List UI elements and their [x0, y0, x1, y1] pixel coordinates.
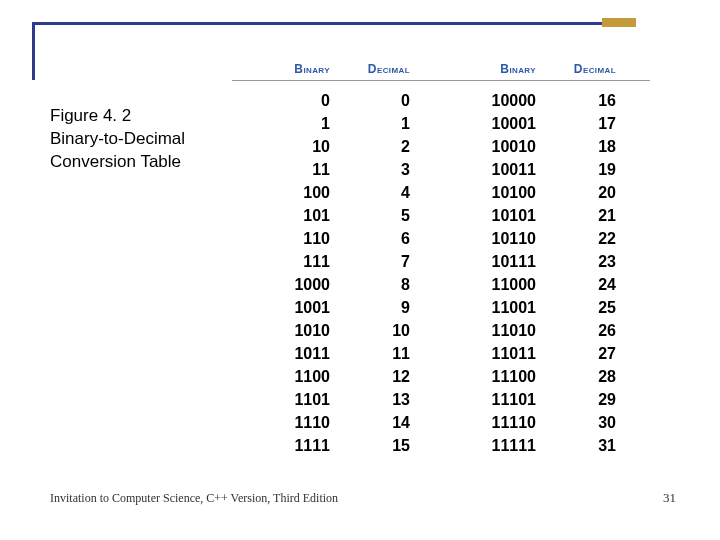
cell-decimal: 11 — [344, 342, 440, 365]
cell-decimal: 16 — [550, 89, 646, 112]
cell-decimal: 9 — [344, 296, 440, 319]
cell-decimal: 8 — [344, 273, 440, 296]
cell-binary: 0 — [232, 89, 344, 112]
cell-decimal: 7 — [344, 250, 440, 273]
table-row: 1110141111030 — [232, 411, 650, 434]
cell-decimal: 4 — [344, 181, 440, 204]
page-number: 31 — [663, 490, 676, 506]
cell-decimal: 23 — [550, 250, 646, 273]
cell-decimal: 31 — [550, 434, 646, 457]
cell-binary: 11010 — [440, 319, 550, 342]
table-row: 1021001018 — [232, 135, 650, 158]
frame-left-rule — [32, 22, 35, 80]
table-row: 100081100024 — [232, 273, 650, 296]
cell-decimal: 2 — [344, 135, 440, 158]
cell-binary: 1010 — [232, 319, 344, 342]
table-body: 0010000161110001171021001018113100111910… — [232, 89, 650, 457]
cell-decimal: 10 — [344, 319, 440, 342]
table-row: 111000117 — [232, 112, 650, 135]
cell-binary: 1000 — [232, 273, 344, 296]
cell-decimal: 30 — [550, 411, 646, 434]
cell-decimal: 3 — [344, 158, 440, 181]
cell-binary: 10101 — [440, 204, 550, 227]
cell-decimal: 12 — [344, 365, 440, 388]
cell-binary: 1011 — [232, 342, 344, 365]
cell-binary: 110 — [232, 227, 344, 250]
cell-binary: 10000 — [440, 89, 550, 112]
cell-decimal: 24 — [550, 273, 646, 296]
cell-binary: 10001 — [440, 112, 550, 135]
table-row: 1111151111131 — [232, 434, 650, 457]
cell-binary: 11001 — [440, 296, 550, 319]
conversion-table: Binary Decimal Binary Decimal 0010000161… — [232, 62, 650, 457]
cell-binary: 1001 — [232, 296, 344, 319]
cell-binary: 10111 — [440, 250, 550, 273]
table-row: 1101131110129 — [232, 388, 650, 411]
cell-binary: 11 — [232, 158, 344, 181]
figure-caption-line1: Figure 4. 2 — [50, 105, 210, 128]
cell-decimal: 15 — [344, 434, 440, 457]
th-decimal-1: Decimal — [344, 62, 440, 76]
cell-decimal: 5 — [344, 204, 440, 227]
table-row: 1011111101127 — [232, 342, 650, 365]
cell-binary: 1101 — [232, 388, 344, 411]
cell-binary: 10011 — [440, 158, 550, 181]
cell-binary: 111 — [232, 250, 344, 273]
th-binary-2: Binary — [440, 62, 550, 76]
footer-text: Invitation to Computer Science, C++ Vers… — [50, 491, 338, 506]
th-binary-1: Binary — [232, 62, 344, 76]
table-row: 11171011123 — [232, 250, 650, 273]
cell-binary: 1110 — [232, 411, 344, 434]
cell-decimal: 25 — [550, 296, 646, 319]
cell-binary: 1111 — [232, 434, 344, 457]
table-row: 10151010121 — [232, 204, 650, 227]
table-header-row: Binary Decimal Binary Decimal — [232, 62, 650, 81]
table-row: 1010101101026 — [232, 319, 650, 342]
frame-accent-bar — [602, 18, 636, 27]
cell-binary: 11110 — [440, 411, 550, 434]
table-row: 100191100125 — [232, 296, 650, 319]
cell-binary: 10100 — [440, 181, 550, 204]
cell-binary: 1 — [232, 112, 344, 135]
figure-caption-line2: Binary-to-Decimal — [50, 128, 210, 151]
cell-binary: 10 — [232, 135, 344, 158]
cell-decimal: 20 — [550, 181, 646, 204]
cell-binary: 11101 — [440, 388, 550, 411]
cell-decimal: 17 — [550, 112, 646, 135]
table-row: 001000016 — [232, 89, 650, 112]
cell-decimal: 28 — [550, 365, 646, 388]
cell-decimal: 22 — [550, 227, 646, 250]
cell-decimal: 14 — [344, 411, 440, 434]
cell-decimal: 0 — [344, 89, 440, 112]
cell-decimal: 29 — [550, 388, 646, 411]
cell-decimal: 27 — [550, 342, 646, 365]
cell-decimal: 6 — [344, 227, 440, 250]
cell-binary: 11000 — [440, 273, 550, 296]
cell-binary: 1100 — [232, 365, 344, 388]
cell-binary: 11011 — [440, 342, 550, 365]
cell-binary: 11111 — [440, 434, 550, 457]
table-row: 1131001119 — [232, 158, 650, 181]
cell-binary: 100 — [232, 181, 344, 204]
cell-decimal: 13 — [344, 388, 440, 411]
frame-top-rule — [32, 22, 634, 25]
figure-caption: Figure 4. 2 Binary-to-Decimal Conversion… — [50, 105, 210, 174]
table-row: 1100121110028 — [232, 365, 650, 388]
figure-caption-line3: Conversion Table — [50, 151, 210, 174]
th-decimal-2: Decimal — [550, 62, 646, 76]
cell-binary: 10110 — [440, 227, 550, 250]
cell-decimal: 26 — [550, 319, 646, 342]
cell-decimal: 19 — [550, 158, 646, 181]
cell-decimal: 18 — [550, 135, 646, 158]
cell-decimal: 1 — [344, 112, 440, 135]
cell-binary: 11100 — [440, 365, 550, 388]
cell-decimal: 21 — [550, 204, 646, 227]
cell-binary: 10010 — [440, 135, 550, 158]
slide: Figure 4. 2 Binary-to-Decimal Conversion… — [0, 0, 720, 540]
table-row: 10041010020 — [232, 181, 650, 204]
table-row: 11061011022 — [232, 227, 650, 250]
cell-binary: 101 — [232, 204, 344, 227]
